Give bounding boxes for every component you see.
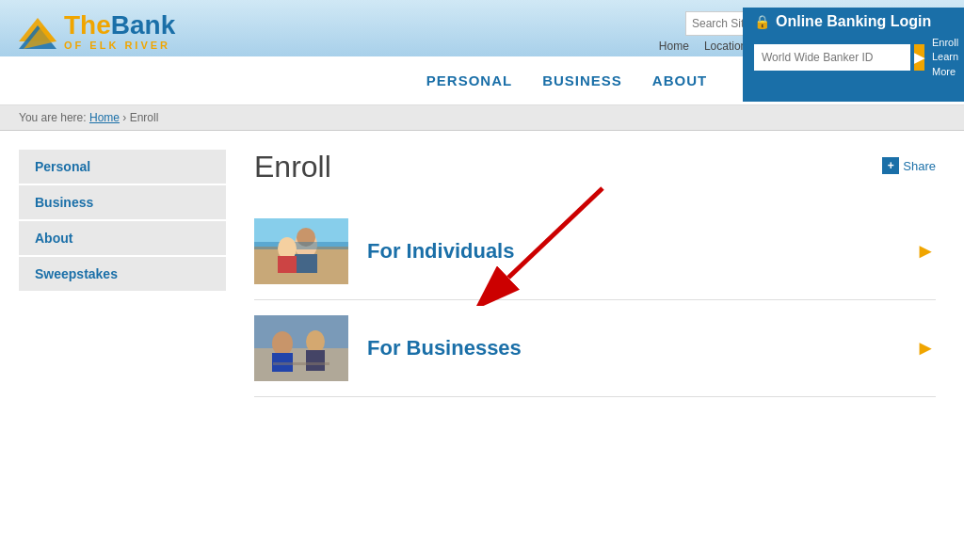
businesses-label: For Businesses xyxy=(367,336,522,360)
svg-point-13 xyxy=(272,331,293,356)
share-label: Share xyxy=(903,159,936,173)
breadcrumb-bar: You are here: Home › Enroll xyxy=(0,105,964,131)
sidebar-item-about[interactable]: About xyxy=(19,221,226,255)
online-banking-panel: 🔒 Online Banking Login ▶ Enroll Learn Mo… xyxy=(743,8,964,102)
individuals-label: For Individuals xyxy=(367,239,514,264)
individuals-image-svg xyxy=(254,218,348,284)
breadcrumb-current: Enroll xyxy=(130,111,159,124)
sidebar-item-personal[interactable]: Personal xyxy=(19,150,226,184)
top-nav-home[interactable]: Home xyxy=(659,40,689,53)
svg-rect-10 xyxy=(278,256,297,273)
enroll-item-individuals[interactable]: For Individuals ► xyxy=(254,203,936,300)
logo-area: TheBank OF ELK RIVER xyxy=(19,12,175,56)
share-plus-icon: + xyxy=(882,157,899,174)
logo-of-elk-river: OF ELK RIVER xyxy=(64,40,175,51)
nav-personal[interactable]: PERSONAL xyxy=(426,72,512,88)
svg-rect-16 xyxy=(306,350,325,371)
logo-the: The xyxy=(64,10,111,40)
banker-id-input[interactable] xyxy=(754,44,910,71)
svg-rect-8 xyxy=(254,242,348,249)
nav-business[interactable]: BUSINESS xyxy=(542,72,622,88)
go-button[interactable]: ▶ xyxy=(914,44,924,71)
logo-the-bank: TheBank xyxy=(64,12,175,39)
main-content: Personal Business About Sweepstakes Enro… xyxy=(0,131,964,416)
sidebar: Personal Business About Sweepstakes xyxy=(19,150,226,397)
logo-bank: Bank xyxy=(111,10,175,40)
content-header-row: Enroll + Share xyxy=(254,150,936,203)
page-header: TheBank OF ELK RIVER 🔍 f ● in t H xyxy=(0,0,964,105)
online-banking-title: Online Banking Login xyxy=(776,13,931,30)
nav-section: PERSONAL BUSINESS ABOUT 🔒 Online Banking… xyxy=(0,56,964,105)
lock-icon: 🔒 xyxy=(754,14,770,29)
breadcrumb-home[interactable]: Home xyxy=(89,111,120,124)
breadcrumb-separator: › xyxy=(122,111,129,124)
enroll-item-businesses[interactable]: For Businesses ► xyxy=(254,300,936,397)
svg-rect-6 xyxy=(295,254,317,273)
content-area: Enroll + Share For xyxy=(245,150,945,397)
svg-point-15 xyxy=(306,330,325,353)
sidebar-item-business[interactable]: Business xyxy=(19,185,226,219)
sidebar-item-sweepstakes[interactable]: Sweepstakes xyxy=(19,257,226,291)
logo-text: TheBank OF ELK RIVER xyxy=(64,12,175,51)
enroll-link[interactable]: Enroll xyxy=(932,36,958,50)
businesses-image-svg xyxy=(254,315,348,381)
online-banking-input-row: ▶ Enroll Learn More xyxy=(754,36,953,79)
nav-about[interactable]: ABOUT xyxy=(652,72,707,88)
individuals-image xyxy=(254,218,348,284)
enroll-learn-links: Enroll Learn More xyxy=(932,36,958,79)
svg-rect-17 xyxy=(273,362,329,365)
individuals-arrow-icon: ► xyxy=(915,239,936,264)
businesses-image xyxy=(254,315,348,381)
learn-more-link[interactable]: Learn More xyxy=(932,50,958,79)
logo-icon xyxy=(19,13,56,51)
page-title: Enroll xyxy=(254,150,331,184)
share-button[interactable]: + Share xyxy=(882,157,936,174)
online-banking-header: 🔒 Online Banking Login xyxy=(754,13,953,30)
businesses-arrow-icon: ► xyxy=(915,336,936,360)
breadcrumb-label: You are here: xyxy=(19,111,87,124)
